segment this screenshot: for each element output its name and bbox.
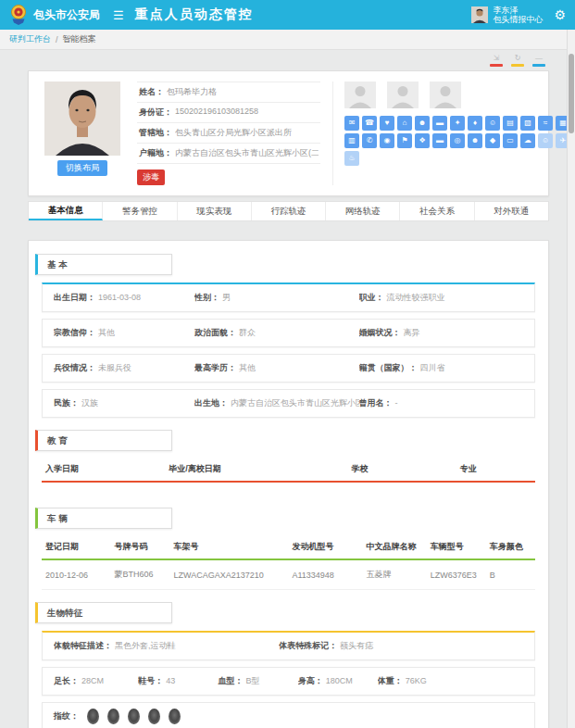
column-header: 车架号 xyxy=(170,536,289,559)
related-photo-placeholder[interactable] xyxy=(344,82,376,108)
tab-police-control[interactable]: 警务管控 xyxy=(103,202,177,220)
info-label: 体表特殊标记： xyxy=(279,641,337,650)
user-alert-button[interactable]: ☻ xyxy=(468,133,482,148)
vehicle-button[interactable]: ◆ xyxy=(485,133,500,148)
info-label: 血型： xyxy=(218,676,243,685)
info-cell: 体重：76KG xyxy=(378,675,523,687)
section-basic-title: 基 本 xyxy=(35,254,172,275)
chat-icon: ✉ xyxy=(349,119,356,127)
disc-icon: ◎ xyxy=(455,137,461,144)
user-text: 李东泽 包头情报中心 xyxy=(493,6,543,25)
wifi-button[interactable]: ≈ xyxy=(538,116,553,131)
tab-social-relation[interactable]: 社会关系 xyxy=(400,202,474,220)
info-cell: 兵役情况：未服兵役 xyxy=(54,362,194,374)
minimize-button[interactable]: — xyxy=(532,54,545,68)
field-label: 户籍地： xyxy=(139,147,172,159)
tag-button[interactable]: ❖ xyxy=(415,133,430,148)
car-button[interactable]: ♦ xyxy=(468,116,482,131)
info-value: - xyxy=(395,398,398,408)
column-header: 毕业/离校日期 xyxy=(165,458,347,482)
group-button[interactable]: ☻ xyxy=(415,116,430,131)
vertical-scrollbar[interactable] xyxy=(567,30,575,728)
fullscreen-button[interactable]: ⇲ xyxy=(490,54,503,68)
breadcrumb-separator: / xyxy=(56,35,58,44)
info-cell: 宗教信仰：其他 xyxy=(54,327,194,339)
section-basic: 基 本 出生日期：1961-03-08性别：男职业：流动性较强职业宗教信仰：其他… xyxy=(29,254,548,418)
info-label: 鞋号： xyxy=(138,676,163,685)
tab-basic-info[interactable]: 基本信息 xyxy=(29,202,103,220)
education-button[interactable]: ✦ xyxy=(450,116,465,131)
minimize-underline xyxy=(532,64,545,67)
image-button[interactable]: ▧ xyxy=(520,116,535,131)
heart-button[interactable]: ♥ xyxy=(380,116,394,131)
person-button[interactable]: ☺ xyxy=(485,116,500,131)
signal-button[interactable]: ◉ xyxy=(380,133,394,148)
bed-button[interactable]: ▬ xyxy=(432,133,447,148)
breadcrumb-current: 智能档案 xyxy=(63,33,96,45)
info-label: 兵役情况： xyxy=(54,363,95,372)
field-label: 姓名： xyxy=(139,86,164,98)
user-chip[interactable]: 李东泽 包头情报中心 xyxy=(471,6,543,25)
table-cell: LZWACAGAXA2137210 xyxy=(170,559,289,590)
column-header: 中文品牌名称 xyxy=(362,536,426,559)
icon-row: ✉☎♥⌂☻▬✦♦☺▤▧≈▦☑ xyxy=(344,116,575,131)
fingerprint-image[interactable] xyxy=(148,709,160,724)
column-header: 学校 xyxy=(347,458,456,482)
info-value: 内蒙古自治区包头市青山区光辉小区(二区)-1-86 xyxy=(231,398,358,408)
table-cell: 五菱牌 xyxy=(362,559,426,590)
refresh-button[interactable]: ↻ xyxy=(511,54,524,68)
document-button[interactable]: ▤ xyxy=(503,116,518,131)
cloud-button[interactable]: ☁ xyxy=(520,133,535,148)
info-cell: 出生日期：1961-03-08 xyxy=(54,292,194,304)
info-row: 兵役情况：未服兵役最高学历：其他籍贯（国家）：四川省 xyxy=(42,354,535,383)
tab-network-track[interactable]: 网络轨迹 xyxy=(326,202,400,220)
fingerprint-image[interactable] xyxy=(169,709,181,724)
hotel-button[interactable]: ▬ xyxy=(432,116,447,131)
section-biometric: 生物特征 体貌特征描述：黑色外套,运动鞋体表特殊标记：额头有痣足长：28CM鞋号… xyxy=(29,602,548,728)
related-photo-placeholder[interactable] xyxy=(430,82,461,108)
fingerprint-image[interactable] xyxy=(128,709,140,724)
related-photo-placeholder[interactable] xyxy=(387,82,419,108)
info-value: B型 xyxy=(245,676,259,685)
table-cell: B xyxy=(486,559,535,590)
info-label: 身高： xyxy=(298,676,323,685)
telephone-icon: ✆ xyxy=(367,137,373,144)
bank-card-button[interactable]: ▭ xyxy=(503,133,518,148)
taxi-button[interactable]: ⚑ xyxy=(397,133,412,148)
info-cell: 身高：180CM xyxy=(298,675,378,687)
trash-light-button[interactable]: ♨ xyxy=(344,151,359,166)
breadcrumb: 研判工作台 / 智能档案 xyxy=(0,30,575,50)
tab-performance[interactable]: 现实表现 xyxy=(178,202,252,220)
profile-field-row: 管辖地：包头青山区分局光辉小区派出所 xyxy=(137,123,320,144)
bank-icon: ▦ xyxy=(559,119,567,127)
signal-icon: ◉ xyxy=(384,137,391,144)
related-photos xyxy=(344,82,575,108)
info-value: 28CM xyxy=(81,676,104,685)
scrollbar-thumb[interactable] xyxy=(569,54,574,133)
info-cell: 体貌特征描述：黑色外套,运动鞋 xyxy=(54,640,279,652)
fingerprint-image[interactable] xyxy=(107,709,119,724)
tab-external-contact[interactable]: 对外联通 xyxy=(475,202,548,220)
settings-gear-icon[interactable]: ⚙ xyxy=(554,7,566,22)
column-header: 登记日期 xyxy=(42,536,111,559)
telephone-button[interactable]: ✆ xyxy=(362,133,377,148)
menu-icon[interactable]: ☰ xyxy=(113,8,124,22)
switch-layout-button[interactable]: 切换布局 xyxy=(57,160,107,176)
disc-button[interactable]: ◎ xyxy=(450,133,465,148)
photo-column: 切换布局 xyxy=(40,82,125,185)
breadcrumb-parent-link[interactable]: 研判工作台 xyxy=(9,33,51,45)
tab-label: 对外联通 xyxy=(494,206,529,218)
fingerprint-image[interactable] xyxy=(87,709,99,724)
phone-forward-button[interactable]: ☎ xyxy=(362,116,377,131)
id-card-button[interactable]: ▥ xyxy=(344,133,359,148)
refresh-icon: ↻ xyxy=(515,54,521,62)
tab-movement-track[interactable]: 行踪轨迹 xyxy=(252,202,326,220)
info-cell: 婚姻状况：离异 xyxy=(359,327,523,339)
section-education-title: 教 育 xyxy=(35,430,172,451)
home-button[interactable]: ⌂ xyxy=(397,116,412,131)
profile-tabs: 基本信息警务管控现实表现行踪轨迹网络轨迹社会关系对外联通 xyxy=(28,201,549,221)
info-label: 体貌特征描述： xyxy=(54,641,112,650)
person-light-button[interactable]: ☺ xyxy=(538,133,553,148)
chat-button[interactable]: ✉ xyxy=(344,116,359,131)
icon-row: ▥✆◉⚑❖▬◎☻◆▭☁☺✈▣ xyxy=(344,133,575,148)
